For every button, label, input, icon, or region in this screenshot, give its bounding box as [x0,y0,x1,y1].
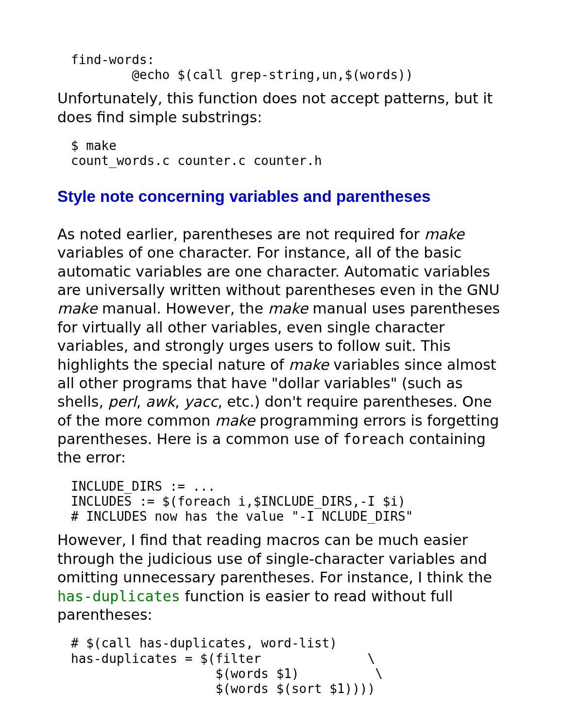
code-block-include-dirs: INCLUDE_DIRS := ... INCLUDES := $(foreac… [57,479,506,525]
paragraph-style-note: As noted earlier, parentheses are not re… [57,225,506,467]
emphasis-make: make [424,226,464,243]
paragraph-however: However, I find that reading macros can … [57,531,506,624]
code-block-has-duplicates: # $(call has-duplicates, word-list) has-… [57,636,506,696]
text-run: , [136,393,146,410]
text-run: manual. However, the [97,300,268,317]
emphasis-yacc: yacc [184,393,218,410]
text-run: However, I find that reading macros can … [57,531,492,586]
code-inline-foreach: foreach [343,430,404,447]
code-block-find-words: find-words: @echo $(call grep-string,un,… [57,52,506,83]
emphasis-make: make [268,300,308,317]
text-run: As noted earlier, parentheses are not re… [57,226,424,243]
emphasis-awk: awk [146,393,175,410]
emphasis-make: make [289,356,328,373]
section-heading: Style note concerning variables and pare… [57,186,506,207]
link-has-duplicates[interactable]: has-duplicates [57,588,180,605]
text-run: , [175,393,184,410]
emphasis-make: make [57,300,97,317]
emphasis-make: make [215,412,255,429]
code-block-make-output: $ make count_words.c counter.c counter.h [57,138,506,168]
paragraph-intro: Unfortunately, this function does not ac… [57,89,506,127]
text-run: variables of one character. For instance… [57,244,500,298]
emphasis-perl: perl [108,393,136,410]
